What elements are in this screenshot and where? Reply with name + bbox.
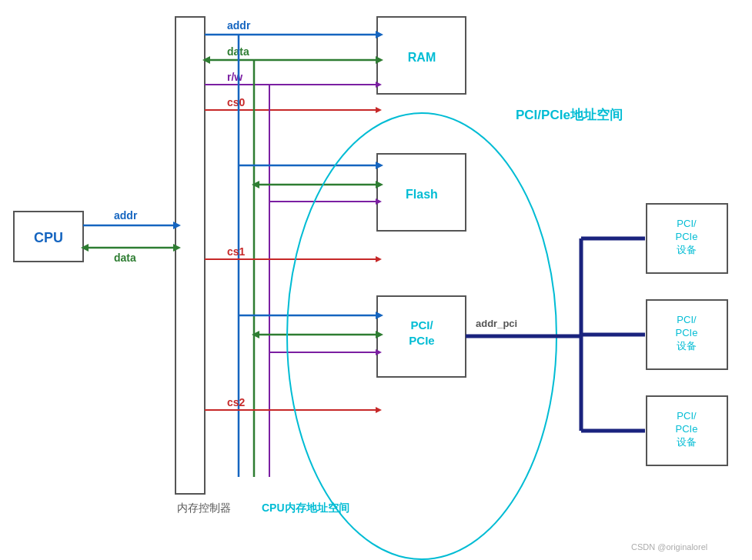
pci-device-3-label2: PCIe (676, 423, 698, 435)
cs2-label: cs2 (227, 396, 246, 408)
cpu-label: CPU (34, 230, 63, 245)
data-left-label: data (114, 252, 136, 264)
cpu-memory-space-label: CPU内存地址空间 (262, 502, 349, 514)
pci-device-2-label: PCI/ (677, 314, 697, 325)
cs0-label: cs0 (227, 96, 246, 108)
pci-device-3-label3: 设备 (677, 436, 697, 448)
addr-top-label: addr (227, 19, 251, 32)
cs1-label: cs1 (227, 245, 246, 258)
pci-pcie-space-label: PCI/PCIe地址空间 (516, 107, 623, 122)
pci-pcie-label2: PCIe (409, 334, 434, 347)
addr-pci-label: addr_pci (476, 318, 517, 329)
pci-device-2-label3: 设备 (677, 340, 697, 352)
data-to-pci-head-left (252, 331, 259, 338)
rw-label: r/w (227, 71, 242, 83)
pci-device-1-label: PCI/ (677, 218, 697, 229)
flash-label: Flash (406, 188, 438, 201)
pci-device-1-label3: 设备 (677, 244, 697, 255)
pci-device-3-label: PCI/ (677, 410, 697, 422)
data-to-flash-head-left (252, 181, 259, 188)
pci-device-2-label2: PCIe (676, 327, 698, 338)
cs0-to-ram-head (376, 107, 382, 113)
pci-device-1-label2: PCIe (676, 231, 698, 242)
cs1-to-flash-head (376, 256, 382, 262)
watermark: CSDN @originalorel (631, 542, 707, 552)
addr-left-label: addr (114, 209, 138, 222)
ram-label: RAM (408, 51, 436, 64)
memory-controller-label: 内存控制器 (177, 502, 231, 514)
pci-pcie-label: PCI/ (410, 318, 433, 332)
cs2-to-pci-head (376, 407, 382, 413)
memory-controller-bar (175, 17, 205, 494)
